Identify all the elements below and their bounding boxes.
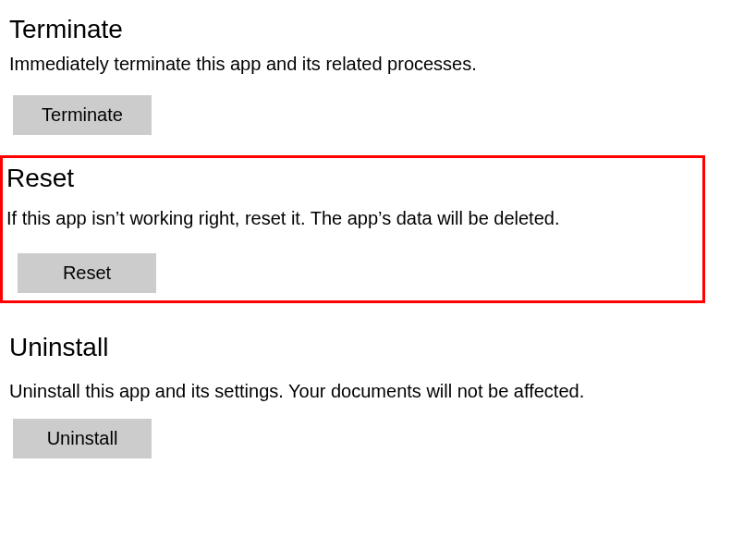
uninstall-description: Uninstall this app and its settings. You… bbox=[0, 381, 756, 402]
reset-section: Reset If this app isn’t working right, r… bbox=[0, 155, 705, 303]
uninstall-button[interactable]: Uninstall bbox=[13, 419, 152, 458]
reset-heading: Reset bbox=[3, 164, 702, 193]
uninstall-section: Uninstall Uninstall this app and its set… bbox=[0, 312, 756, 458]
terminate-description: Immediately terminate this app and its r… bbox=[0, 54, 756, 75]
terminate-heading: Terminate bbox=[0, 15, 756, 44]
reset-button[interactable]: Reset bbox=[18, 253, 156, 293]
terminate-section: Terminate Immediately terminate this app… bbox=[0, 0, 756, 135]
uninstall-heading: Uninstall bbox=[0, 333, 756, 362]
terminate-button[interactable]: Terminate bbox=[13, 95, 152, 135]
reset-description: If this app isn’t working right, reset i… bbox=[3, 208, 702, 229]
